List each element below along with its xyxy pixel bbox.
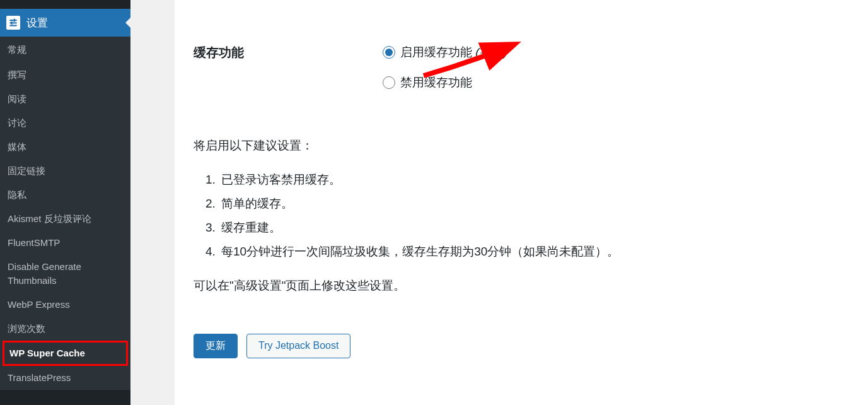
submenu-item-translatepress[interactable]: TranslatePress: [0, 366, 130, 390]
radio-enable-label: 启用缓存功能: [400, 44, 472, 61]
desc-list-item: 每10分钟进行一次间隔垃圾收集，缓存生存期为30分钟（如果尚未配置）。: [219, 240, 855, 264]
submenu-item-privacy[interactable]: 隐私: [0, 183, 130, 207]
svg-rect-3: [14, 19, 15, 22]
submenu-item-media[interactable]: 媒体: [0, 135, 130, 159]
submenu-item-permalinks[interactable]: 固定链接: [0, 159, 130, 183]
desc-footer: 可以在"高级设置"页面上修改这些设置。: [194, 276, 855, 295]
sidebar-menu-label: 设置: [26, 16, 48, 30]
radio-disable-label: 禁用缓存功能: [400, 74, 472, 91]
desc-list: 已登录访客禁用缓存。 简单的缓存。 缓存重建。 每10分钟进行一次间隔垃圾收集，…: [219, 168, 855, 264]
settings-panel: 缓存功能 启用缓存功能 (推荐) 禁用缓存功能 将启用以下建议设置：: [175, 0, 868, 405]
sidebar-top-gap: [0, 0, 130, 9]
desc-list-item: 已登录访客禁用缓存。: [219, 168, 855, 192]
radio-enable-recommend: (推荐): [475, 44, 507, 61]
radio-enable-caching[interactable]: [383, 46, 395, 59]
admin-sidebar: 设置 常规 撰写 阅读 讨论 媒体 固定链接 隐私 Akismet 反垃圾评论 …: [0, 0, 130, 405]
desc-list-item: 简单的缓存。: [219, 192, 855, 216]
sidebar-menu-settings[interactable]: 设置: [0, 9, 130, 37]
radio-option-disable-caching[interactable]: 禁用缓存功能: [383, 74, 855, 91]
submenu-item-fluentsmtp[interactable]: FluentSMTP: [0, 231, 130, 255]
submenu-item-webp-express[interactable]: WebP Express: [0, 293, 130, 317]
submenu-item-views[interactable]: 浏览次数: [0, 317, 130, 341]
content-area: 缓存功能 启用缓存功能 (推荐) 禁用缓存功能 将启用以下建议设置：: [130, 0, 868, 405]
try-jetpack-boost-button[interactable]: Try Jetpack Boost: [246, 334, 350, 358]
section-heading-caching: 缓存功能: [194, 45, 244, 59]
submenu-item-general[interactable]: 常规: [0, 37, 130, 63]
submenu-item-discussion[interactable]: 讨论: [0, 111, 130, 135]
svg-rect-4: [11, 21, 13, 25]
submenu-item-disable-thumbnails[interactable]: Disable Generate Thumbnails: [0, 255, 130, 293]
radio-disable-caching[interactable]: [383, 76, 395, 89]
desc-list-item: 缓存重建。: [219, 216, 855, 240]
update-button[interactable]: 更新: [194, 334, 238, 358]
submenu-item-akismet[interactable]: Akismet 反垃圾评论: [0, 207, 130, 231]
sliders-icon: [6, 16, 20, 30]
sidebar-submenu: 常规 撰写 阅读 讨论 媒体 固定链接 隐私 Akismet 反垃圾评论 Flu…: [0, 37, 130, 390]
radio-option-enable-caching[interactable]: 启用缓存功能 (推荐): [383, 44, 855, 61]
submenu-item-writing[interactable]: 撰写: [0, 63, 130, 87]
svg-rect-0: [9, 20, 16, 21]
svg-rect-2: [9, 25, 16, 26]
annotation-highlight-box: WP Super Cache: [3, 341, 128, 366]
desc-intro: 将启用以下建议设置：: [194, 136, 855, 155]
submenu-item-reading[interactable]: 阅读: [0, 87, 130, 111]
submenu-item-wp-super-cache[interactable]: WP Super Cache: [8, 345, 122, 361]
svg-rect-1: [9, 22, 16, 23]
